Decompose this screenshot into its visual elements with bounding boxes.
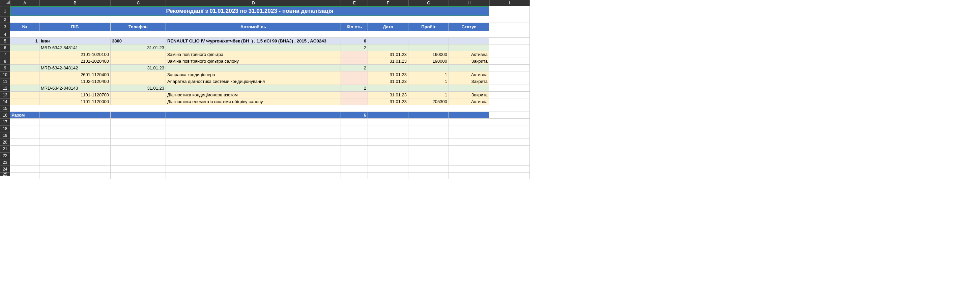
i3-code[interactable]: 2601-1120400 (40, 71, 111, 78)
cell-B23[interactable] (40, 159, 111, 166)
cell-E18[interactable] (341, 125, 368, 132)
cell-G12[interactable] (408, 85, 449, 92)
i1-run[interactable]: 190000 (408, 51, 449, 58)
cell-D23[interactable] (166, 159, 341, 166)
i1-date[interactable]: 31.01.23 (368, 51, 408, 58)
row-header-6[interactable]: 6 (0, 44, 10, 51)
col-header-B[interactable]: B (40, 0, 111, 6)
cell-B19[interactable] (40, 132, 111, 139)
i3-status[interactable]: Активна (449, 71, 489, 78)
sub1-qty[interactable]: 2 (341, 44, 368, 51)
cell-D6[interactable] (166, 44, 341, 51)
group-phone[interactable]: 3800 (111, 38, 166, 44)
cell-F16[interactable] (368, 112, 408, 119)
cell-C13[interactable] (111, 92, 166, 98)
i5-run[interactable]: 1 (408, 92, 449, 98)
row-header-19[interactable]: 19 (0, 132, 10, 139)
cell-B16[interactable] (40, 112, 111, 119)
col-header-D[interactable]: D (166, 0, 341, 6)
sub3-doc[interactable]: MRD-6342-848143 (40, 85, 111, 92)
cell-D18[interactable] (166, 125, 341, 132)
cell-I24[interactable] (489, 166, 530, 173)
sub1-date[interactable]: 31.01.23 (111, 44, 166, 51)
row-header-7[interactable]: 7 (0, 51, 10, 58)
cell-E21[interactable] (341, 146, 368, 152)
i2-run[interactable]: 190000 (408, 58, 449, 65)
cell-I2[interactable] (489, 16, 530, 23)
cell-G22[interactable] (408, 152, 449, 159)
col-header-E[interactable]: E (341, 0, 368, 6)
cell-G25[interactable] (408, 173, 449, 179)
total-label[interactable]: Разом (10, 112, 40, 119)
cell-A18[interactable] (10, 125, 40, 132)
cell-F12[interactable] (368, 85, 408, 92)
sub3-date[interactable]: 31.01.23 (111, 85, 166, 92)
cell-F9[interactable] (368, 65, 408, 71)
cell-H9[interactable] (449, 65, 489, 71)
group-car[interactable]: RENAULT CLIO IV Фургон/хетчбек (BH_) , 1… (166, 38, 341, 44)
cell-F23[interactable] (368, 159, 408, 166)
col-header-C[interactable]: C (111, 0, 166, 6)
cell-G6[interactable] (408, 44, 449, 51)
cell-C17[interactable] (111, 119, 166, 125)
cell-E10[interactable] (341, 71, 368, 78)
cell-C14[interactable] (111, 98, 166, 105)
cell-I12[interactable] (489, 85, 530, 92)
cell-G19[interactable] (408, 132, 449, 139)
header-phone[interactable]: Телефон (111, 23, 166, 31)
cell-F6[interactable] (368, 44, 408, 51)
i2-desc[interactable]: Заміна повітряного фільтра салону (166, 58, 341, 65)
cell-C7[interactable] (111, 51, 166, 58)
cell-I23[interactable] (489, 159, 530, 166)
report-title[interactable]: Рекомендації з 01.01.2023 по 31.01.2023 … (10, 6, 489, 16)
cell-G16[interactable] (408, 112, 449, 119)
i3-run[interactable]: 1 (408, 71, 449, 78)
i6-desc[interactable]: Діагностика елементів системи обігріву с… (166, 98, 341, 105)
cell-E22[interactable] (341, 152, 368, 159)
header-status[interactable]: Статус (449, 23, 489, 31)
cell-F19[interactable] (368, 132, 408, 139)
cell-E11[interactable] (341, 78, 368, 85)
cell-H24[interactable] (449, 166, 489, 173)
cell-C19[interactable] (111, 132, 166, 139)
cell-A24[interactable] (10, 166, 40, 173)
row-header-25[interactable]: 25 (0, 173, 10, 176)
row-header-18[interactable]: 18 (0, 125, 10, 132)
sub2-qty[interactable]: 2 (341, 65, 368, 71)
cell-B25[interactable] (40, 173, 111, 179)
cell-F21[interactable] (368, 146, 408, 152)
cell-A25[interactable] (10, 173, 40, 179)
cell-D24[interactable] (166, 166, 341, 173)
col-header-A[interactable]: A (10, 0, 40, 6)
i4-run[interactable]: 1 (408, 78, 449, 85)
i4-status[interactable]: Закрита (449, 78, 489, 85)
header-run[interactable]: Пробіг (408, 23, 449, 31)
cell-C10[interactable] (111, 71, 166, 78)
cell-E24[interactable] (341, 166, 368, 173)
cell-H18[interactable] (449, 125, 489, 132)
row-header-20[interactable]: 20 (0, 139, 10, 146)
cell-F25[interactable] (368, 173, 408, 179)
i6-run[interactable]: 205300 (408, 98, 449, 105)
cell-H19[interactable] (449, 132, 489, 139)
row-header-14[interactable]: 14 (0, 98, 10, 105)
cell-B18[interactable] (40, 125, 111, 132)
cell-E25[interactable] (341, 173, 368, 179)
cell-I16[interactable] (489, 112, 530, 119)
cell-B22[interactable] (40, 152, 111, 159)
cell-B20[interactable] (40, 139, 111, 146)
group-name[interactable]: Іван (40, 38, 111, 44)
cell-C16[interactable] (111, 112, 166, 119)
sub2-doc[interactable]: MRD-6342-848142 (40, 65, 111, 71)
cell-H25[interactable] (449, 173, 489, 179)
cell-G24[interactable] (408, 166, 449, 173)
cell-F5[interactable] (368, 38, 408, 44)
cell-C22[interactable] (111, 152, 166, 159)
row-header-10[interactable]: 10 (0, 71, 10, 78)
col-header-H[interactable]: H (449, 0, 489, 6)
i1-desc[interactable]: Заміна повітряного фільтра (166, 51, 341, 58)
row-header-3[interactable]: 3 (0, 23, 10, 31)
cell-I3[interactable] (489, 23, 530, 31)
cell-C24[interactable] (111, 166, 166, 173)
cell-D22[interactable] (166, 152, 341, 159)
